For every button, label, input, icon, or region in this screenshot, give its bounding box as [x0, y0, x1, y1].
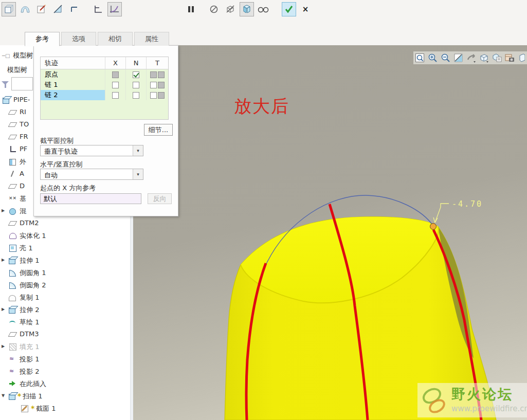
sketch-icon — [9, 318, 16, 325]
wireframe-off-icon[interactable] — [223, 2, 238, 16]
tree-item-section[interactable]: *截面 1 — [0, 402, 130, 414]
section-icon[interactable] — [51, 2, 65, 16]
sweep-icon — [9, 392, 16, 399]
tree-item-projection1[interactable]: 投影 1 — [0, 353, 130, 365]
tree-tab[interactable]: 模型树 — [7, 64, 27, 76]
tree-item-projection2[interactable]: 投影 2 — [0, 365, 130, 377]
section-plane-label: 截平面控制 — [40, 136, 74, 145]
tree-item-dtm2[interactable]: DTM2 — [0, 217, 130, 229]
confirm-icon[interactable] — [282, 2, 296, 16]
datum-plane-icon — [9, 133, 16, 140]
tree-item-extrude1[interactable]: ▶拉伸 1 — [0, 254, 130, 266]
expand-arrow-icon[interactable]: ▶ — [2, 307, 5, 312]
x-checkbox[interactable] — [112, 71, 119, 78]
n-checkbox[interactable] — [133, 71, 139, 78]
x-checkbox[interactable] — [112, 82, 119, 88]
zoom-window-icon[interactable] — [415, 52, 425, 63]
insert-here-icon — [9, 380, 16, 387]
tab-references[interactable]: 参考 — [25, 32, 60, 46]
table-row[interactable]: 链 1 — [41, 80, 168, 90]
tree-item-round1[interactable]: 倒圆角 1 — [0, 266, 130, 279]
cancel-icon[interactable]: × — [298, 2, 313, 16]
t-checkbox[interactable] — [150, 82, 157, 88]
datum-plane-icon — [9, 108, 16, 116]
copy-icon — [9, 294, 16, 301]
rim-edge — [241, 227, 439, 303]
expand-arrow-icon[interactable]: ▶ — [2, 344, 5, 349]
tree-item-dtm3[interactable]: DTM3 — [0, 328, 130, 340]
red-curve-middle — [330, 204, 368, 420]
graph-curve-icon[interactable] — [107, 2, 122, 16]
pane-pin-icon[interactable]: ─□ — [2, 53, 10, 59]
extrude-icon[interactable] — [2, 2, 16, 16]
section-sketch-icon — [21, 405, 28, 412]
glasses-icon[interactable] — [256, 2, 270, 16]
datum-plane-icon — [9, 220, 16, 227]
tree-item-copy[interactable]: 复制 1 — [0, 291, 130, 303]
table-row[interactable]: 原点 — [41, 69, 168, 80]
table-header: 轨迹 X N T — [41, 57, 168, 69]
tab-properties[interactable]: 属性 — [134, 32, 169, 46]
pause-icon[interactable] — [184, 2, 198, 16]
tree-item-extrude2[interactable]: ▶拉伸 2 — [0, 303, 130, 316]
watermark-url: www.proewildfire.cn — [451, 404, 527, 413]
x-direction-ref-input[interactable] — [40, 193, 141, 204]
collapse-arrow-icon[interactable]: ▼ — [2, 393, 5, 398]
filter-icon[interactable] — [2, 81, 9, 85]
n-checkbox[interactable] — [133, 82, 139, 88]
zoom-in-icon[interactable] — [428, 52, 438, 63]
chevron-down-icon[interactable]: ▾ — [133, 145, 143, 156]
chevron-down-icon[interactable]: ▾ — [133, 169, 143, 179]
t-checkbox[interactable] — [158, 82, 165, 88]
flip-button[interactable]: 反向 — [148, 193, 172, 204]
dimension-value[interactable]: -4.70 — [452, 199, 483, 209]
expand-arrow-icon[interactable]: ▶ — [2, 208, 5, 213]
t-checkbox[interactable] — [150, 92, 157, 99]
application-window: 放大后 -4.70 野火论坛 www.proewildfire.cn ─□ 模型… — [0, 0, 527, 420]
extrude-feature-icon — [9, 306, 16, 313]
watermark-title: 野火论坛 — [451, 385, 527, 404]
geometry-preview-icon[interactable] — [240, 2, 254, 16]
view-manager-icon[interactable] — [492, 52, 502, 63]
graph-axes-icon[interactable] — [91, 2, 105, 16]
tab-options[interactable]: 选项 — [61, 32, 96, 46]
projection-icon — [9, 355, 16, 362]
spin-icon[interactable] — [466, 52, 476, 63]
tree-item-fill[interactable]: ▶填充 1 — [0, 340, 130, 353]
axis-icon — [9, 170, 16, 177]
tree-item-sketch1[interactable]: 草绘 1 — [0, 316, 130, 328]
x-checkbox[interactable] — [112, 92, 119, 99]
corner-icon[interactable] — [67, 2, 82, 16]
snapshot-icon[interactable] — [505, 52, 515, 63]
sketch-edit-icon[interactable] — [34, 2, 49, 16]
t-checkbox[interactable] — [158, 71, 165, 78]
more-icon[interactable] — [518, 52, 525, 63]
tree-item-solidify[interactable]: 实体化 1 — [0, 229, 130, 242]
display-style-icon[interactable] — [479, 52, 489, 63]
tree-item-shell[interactable]: 壳 1 — [0, 242, 130, 254]
expand-arrow-icon[interactable]: ▶ — [2, 258, 5, 262]
part-icon — [3, 96, 10, 103]
repaint-icon[interactable] — [453, 52, 463, 63]
modified-star-icon: * — [31, 404, 34, 412]
no-preview-icon[interactable] — [207, 2, 221, 16]
tab-tangency[interactable]: 相切 — [98, 32, 133, 46]
tree-item-round2[interactable]: 倒圆角 2 — [0, 279, 130, 291]
spline-drag-handle[interactable] — [430, 223, 437, 230]
hv-control-select[interactable]: 自动 ▾ — [40, 169, 143, 180]
t-checkbox[interactable] — [150, 71, 157, 78]
n-checkbox[interactable] — [133, 92, 139, 99]
t-checkbox[interactable] — [158, 92, 165, 99]
datum-plane-icon — [9, 331, 16, 338]
3d-viewport[interactable]: 放大后 -4.70 野火论坛 www.proewildfire.cn — [133, 45, 527, 420]
section-plane-select[interactable]: 垂直于轨迹 ▾ — [40, 145, 143, 156]
details-button[interactable]: 细节... — [144, 124, 173, 136]
table-row-selected[interactable]: 链 2 — [41, 90, 168, 100]
tree-item-sweep[interactable]: ▼*扫描 1 — [0, 390, 130, 402]
datum-plane-icon — [9, 121, 16, 128]
filter-input[interactable] — [11, 77, 33, 90]
hv-control-label: 水平/竖直控制 — [40, 160, 82, 169]
zoom-out-icon[interactable] — [441, 52, 450, 63]
tree-item-insert-here[interactable]: 在此插入 — [0, 377, 130, 390]
surface-icon[interactable] — [18, 2, 32, 16]
